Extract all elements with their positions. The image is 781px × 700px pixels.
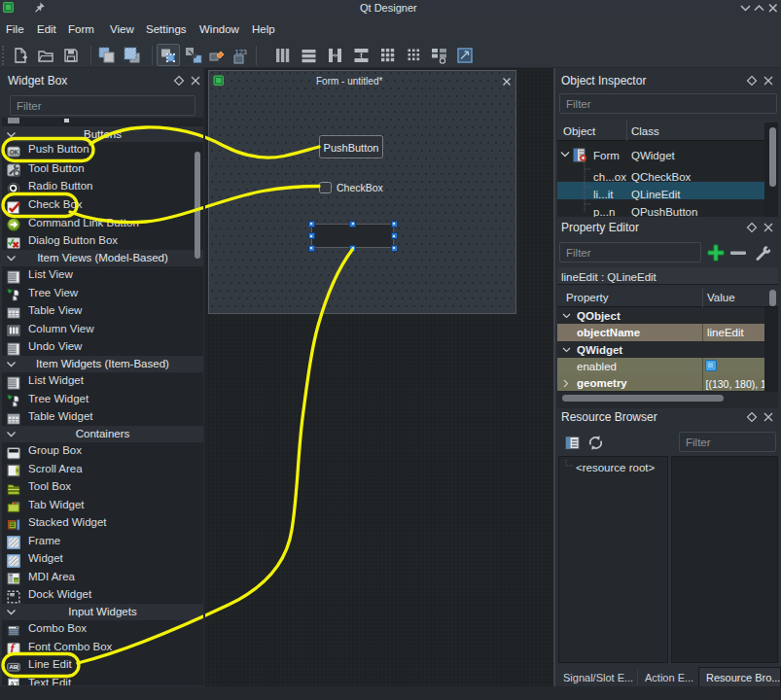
svg-text:T: T bbox=[15, 680, 20, 685]
svg-text:123: 123 bbox=[235, 48, 248, 56]
svg-text:AB: AB bbox=[9, 664, 18, 670]
svg-text:OK: OK bbox=[10, 148, 19, 155]
